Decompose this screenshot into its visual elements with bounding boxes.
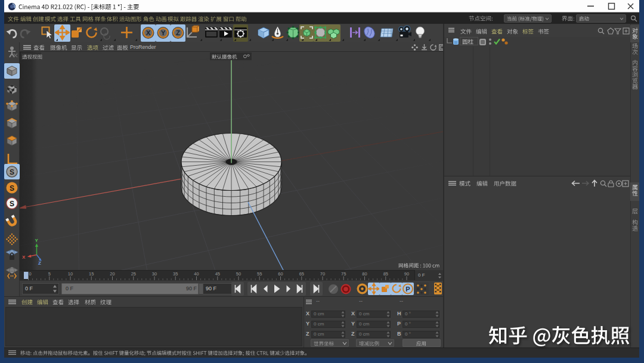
svg-text:90: 90: [404, 271, 409, 277]
svg-text:S: S: [10, 200, 14, 208]
svg-text:10: 10: [68, 271, 73, 277]
svg-text:70: 70: [320, 271, 325, 277]
svg-text:20: 20: [110, 271, 114, 277]
svg-text:85: 85: [383, 271, 388, 277]
svg-text:X: X: [22, 255, 26, 260]
svg-text:15: 15: [89, 271, 94, 277]
svg-text:Y: Y: [35, 238, 39, 243]
svg-text:40: 40: [194, 271, 199, 277]
svg-text:60: 60: [278, 271, 283, 277]
svg-text:5: 5: [48, 271, 51, 277]
svg-text:P: P: [405, 286, 410, 293]
svg-text:80: 80: [362, 271, 367, 277]
svg-text:0: 0: [29, 271, 32, 277]
svg-text:S: S: [10, 168, 14, 176]
svg-text:S: S: [10, 184, 14, 193]
svg-text:75: 75: [341, 271, 346, 277]
svg-text:45: 45: [215, 271, 220, 277]
svg-text:55: 55: [257, 271, 262, 277]
svg-text:25: 25: [131, 271, 136, 277]
svg-text:50: 50: [236, 271, 241, 277]
svg-text:30: 30: [152, 271, 157, 277]
svg-text:35: 35: [173, 271, 178, 277]
svg-text:Z: Z: [38, 260, 41, 266]
svg-text:65: 65: [299, 271, 304, 277]
